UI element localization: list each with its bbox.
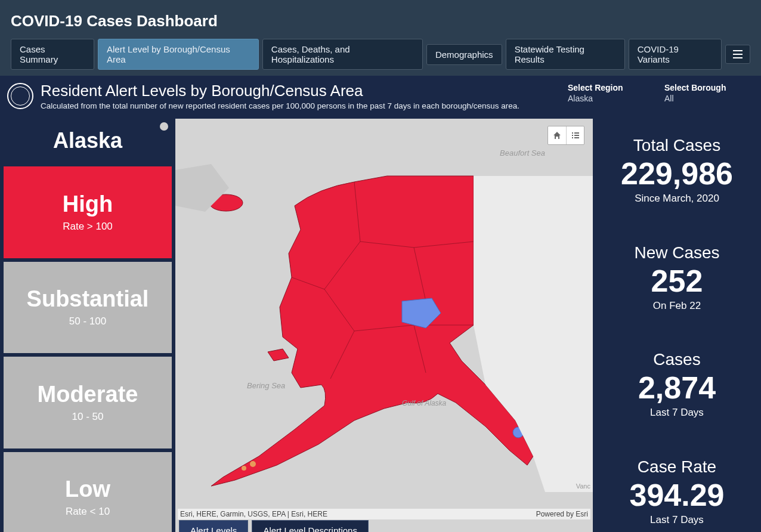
list-icon: [733, 50, 743, 58]
state-seal-icon: [7, 83, 33, 109]
map-label-gulf: Gulf of Alaska: [402, 399, 446, 407]
stat-total-cases: Total Cases 229,986 Since March, 2020: [596, 119, 757, 222]
stat-sub: Since March, 2020: [635, 193, 719, 205]
svg-rect-11: [572, 137, 573, 138]
region-card: Alaska: [4, 119, 172, 163]
region-name: Alaska: [10, 128, 166, 153]
svg-rect-9: [572, 135, 573, 136]
home-icon: [552, 131, 562, 140]
level-moderate-range: 10 - 50: [72, 411, 104, 423]
alert-levels-sidebar: Alaska High Rate > 100 Substantial 50 - …: [4, 119, 172, 532]
level-substantial-title: Substantial: [27, 287, 149, 312]
borough-filter-label: Select Borough: [664, 83, 754, 92]
subheader: Resident Alert Levels by Borough/Census …: [0, 76, 761, 115]
dashboard-title: COVID-19 Cases Dashboard: [11, 12, 750, 30]
stat-title: Cases: [653, 350, 700, 369]
level-moderate-card[interactable]: Moderate 10 - 50: [4, 357, 172, 449]
level-moderate-title: Moderate: [38, 382, 138, 407]
tab-alert-level[interactable]: Alert Level by Borough/Census Area: [98, 39, 259, 70]
map-tabs: Alert Levels Alert Level Descriptions: [179, 520, 369, 532]
tab-testing-results[interactable]: Statewide Testing Results: [506, 39, 625, 70]
region-filter-label: Select Region: [568, 83, 657, 92]
svg-rect-0: [733, 50, 743, 51]
map-tab-alert-levels[interactable]: Alert Levels: [179, 520, 248, 532]
svg-rect-1: [733, 54, 743, 55]
alaska-map[interactable]: [175, 119, 593, 532]
borough-filter-value: All: [664, 94, 754, 103]
map-attribution: Esri, HERE, Garmin, USGS, EPA | Esri, HE…: [178, 509, 590, 519]
tab-menu-button[interactable]: [725, 45, 750, 64]
level-substantial-range: 50 - 100: [69, 316, 106, 327]
map-label-beaufort: Beaufort Sea: [500, 149, 545, 157]
stat-cases-7d: Cases 2,874 Last 7 Days: [596, 333, 757, 437]
stat-value: 2,874: [638, 372, 716, 404]
level-high-title: High: [63, 192, 113, 217]
level-high-card[interactable]: High Rate > 100: [4, 166, 172, 258]
map-label-bering: Bering Sea: [247, 381, 285, 390]
stat-title: New Cases: [634, 243, 719, 262]
stats-sidebar: Total Cases 229,986 Since March, 2020 Ne…: [596, 119, 757, 532]
svg-rect-10: [574, 135, 579, 136]
svg-rect-12: [574, 137, 579, 138]
map-panel[interactable]: Beaufort Sea Bering Sea Gulf of Alaska V…: [175, 119, 593, 532]
level-low-title: Low: [65, 477, 110, 502]
tab-variants[interactable]: COVID-19 Variants: [629, 39, 722, 70]
region-filter-value: Alaska: [568, 94, 657, 103]
map-controls: [547, 126, 584, 145]
stat-value: 229,986: [621, 157, 733, 190]
stat-value: 394.29: [629, 479, 724, 512]
tab-cases-deaths-hosp[interactable]: Cases, Deaths, and Hospitalizations: [262, 39, 423, 70]
svg-rect-2: [733, 57, 743, 58]
region-filter[interactable]: Select Region Alaska: [568, 82, 657, 103]
stat-sub: Last 7 Days: [650, 407, 704, 419]
stat-value: 252: [651, 265, 703, 298]
svg-point-4: [250, 461, 256, 467]
attribution-right: Powered by Esri: [536, 510, 588, 518]
tab-demographics[interactable]: Demographics: [426, 44, 502, 65]
level-low-range: Rate < 10: [66, 506, 110, 518]
stat-sub: On Feb 22: [653, 300, 701, 312]
stat-new-cases: New Cases 252 On Feb 22: [596, 226, 757, 330]
map-label-vanc: Vanc: [576, 482, 590, 490]
page-title: Resident Alert Levels by Borough/Census …: [41, 82, 561, 100]
stat-title: Case Rate: [638, 457, 716, 477]
stat-title: Total Cases: [633, 136, 720, 155]
tabs-row: Cases Summary Alert Level by Borough/Cen…: [0, 39, 761, 76]
svg-point-5: [242, 466, 246, 471]
svg-rect-7: [572, 132, 573, 134]
level-substantial-card[interactable]: Substantial 50 - 100: [4, 262, 172, 354]
stat-case-rate: Case Rate 394.29 Last 7 Days: [596, 440, 757, 533]
level-low-card[interactable]: Low Rate < 10: [4, 452, 172, 533]
legend-icon: [571, 131, 580, 140]
map-home-button[interactable]: [548, 126, 566, 144]
level-high-range: Rate > 100: [63, 221, 113, 233]
page-description: Calculated from the total number of new …: [41, 101, 561, 110]
map-tab-descriptions[interactable]: Alert Level Descriptions: [252, 520, 369, 532]
map-legend-button[interactable]: [566, 126, 584, 144]
borough-filter[interactable]: Select Borough All: [664, 82, 754, 103]
tab-cases-summary[interactable]: Cases Summary: [11, 39, 94, 70]
stat-sub: Last 7 Days: [650, 514, 704, 526]
svg-rect-8: [574, 132, 579, 134]
attribution-left: Esri, HERE, Garmin, USGS, EPA | Esri, HE…: [180, 510, 327, 518]
loading-icon: [160, 122, 168, 131]
